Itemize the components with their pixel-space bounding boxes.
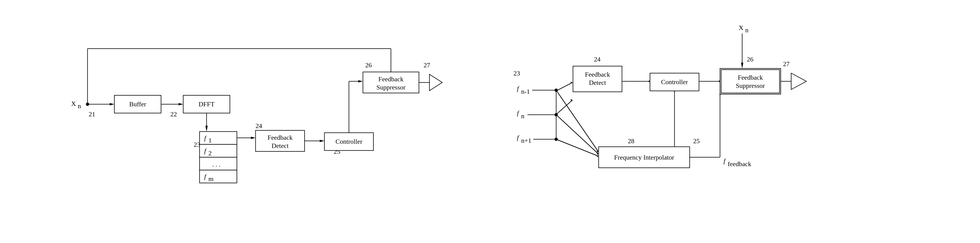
fn-1-sub: n-1 — [521, 88, 530, 95]
fs2-label1: Feedback — [738, 74, 763, 81]
arrowhead-buf-dfft — [178, 103, 183, 106]
ref28-2: 28 — [628, 137, 634, 145]
arrowhead-xn2 — [741, 62, 743, 69]
fn1-label: f — [517, 134, 520, 141]
fd-label1: Feedback — [267, 134, 293, 141]
fn-1-label: f — [517, 85, 520, 92]
ref24: 24 — [256, 122, 262, 129]
fs-box2-inner — [721, 70, 780, 93]
fn1-sub: n+1 — [521, 137, 531, 144]
arrowhead-ctrl-fs — [358, 80, 363, 83]
ctrl2-label: Controller — [661, 78, 688, 86]
ref26: 26 — [365, 61, 372, 69]
ctrl-label: Controller — [336, 138, 363, 145]
fm-sub: m — [208, 175, 213, 182]
dfft-label: DFFT — [198, 101, 214, 108]
ref22: 22 — [170, 110, 177, 118]
xn-subscript2: n — [745, 26, 748, 34]
ref21: 21 — [89, 110, 95, 118]
main-container: X n 21 Buffer 22 DFFT 23 — [0, 0, 980, 243]
diagram-2: X n 26 Feedback Suppressor 27 Controll — [496, 16, 916, 227]
xn-label: X — [71, 100, 76, 107]
ref24-2: 24 — [594, 56, 600, 63]
output-comparator2 — [791, 73, 807, 90]
ref27: 27 — [423, 61, 430, 69]
fs-label2: Suppressor — [376, 84, 406, 91]
ref27-2: 27 — [783, 60, 789, 67]
output-comparator — [430, 74, 442, 91]
xn-label2: X — [739, 24, 743, 31]
diagram-1: X n 21 Buffer 22 DFFT 23 — [64, 16, 449, 227]
fn-label: f — [517, 109, 520, 117]
fd-label2: Detect — [271, 142, 288, 149]
ref23-2: 23 — [514, 70, 520, 77]
f1-sub: 1 — [208, 137, 212, 144]
f-feedback-sub: feedback — [728, 160, 751, 168]
freq-interp-label: Frequency Interpolator — [614, 154, 674, 161]
arrowhead-interp-ctrl — [673, 91, 676, 92]
f-feedback-label: f — [724, 157, 726, 165]
f2-sub: 2 — [208, 150, 212, 157]
arrowhead-dfft-down — [205, 126, 208, 131]
ref26-2: 26 — [747, 56, 753, 63]
buffer-label: Buffer — [129, 101, 146, 108]
fs-label1: Feedback — [378, 75, 403, 83]
xn-subscript: n — [78, 102, 81, 110]
fd2-label1: Feedback — [585, 71, 610, 78]
fn-sub: n — [521, 112, 524, 120]
fs2-label2: Suppressor — [736, 82, 765, 89]
arrow-fn1-fd — [557, 83, 573, 91]
dots-label: . . . — [212, 161, 220, 168]
arrowhead-fd-ctrl — [320, 140, 325, 142]
ref25-2: 25 — [693, 137, 700, 145]
arrowhead-xn-buffer — [110, 103, 115, 106]
arrowhead-freq-fd — [251, 137, 256, 139]
fd2-label2: Detect — [589, 79, 606, 86]
